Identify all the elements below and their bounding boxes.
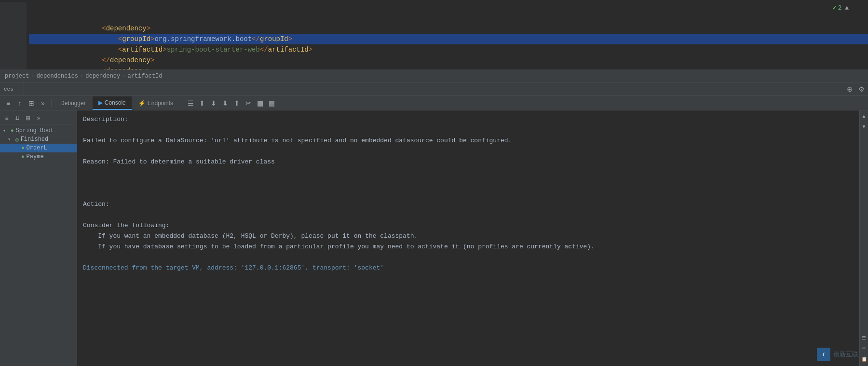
sidebar-item-payment[interactable]: ● Payme [0, 152, 77, 161]
console-line-15: Disconnected from the target VM, address… [83, 263, 854, 273]
endpoints-tab-label: Endpoints [148, 100, 173, 107]
tab-debugger[interactable]: Debugger [54, 96, 92, 110]
console-line-6 [83, 167, 854, 178]
console-line-2 [83, 125, 854, 136]
more-icon-btn[interactable]: » [38, 98, 48, 108]
right-btn-1[interactable]: ☰ [860, 333, 868, 342]
sidebar-toolbar: ≡ ⇊ ⊞ » [0, 112, 77, 124]
toolbar-down2-icon[interactable]: ⬇ [220, 98, 231, 108]
editor-line-1 [29, 2, 868, 13]
settings-icon-btn[interactable]: ⚙ [856, 84, 866, 94]
editor-line-2: <dependency> [29, 13, 868, 23]
breadcrumb-item-artifactid: artifactId [127, 70, 162, 82]
console-line-10 [83, 210, 854, 220]
right-btn-2[interactable]: ✏ [860, 344, 868, 352]
grid-icon-btn[interactable]: ⊞ [26, 98, 37, 108]
console-line-12: If you want an embedded database (H2, HS… [83, 231, 854, 242]
services-panel-label: ces [0, 82, 24, 95]
endpoints-icon: ⚡ [138, 100, 146, 107]
toolbar-down-icon[interactable]: ⬇ [208, 98, 219, 108]
payment-label: Payme [27, 153, 44, 160]
watermark: ❮ 创新互联 [817, 348, 858, 361]
breadcrumb-item-project: project [5, 70, 29, 82]
spring-boot-label: Spring Boot [16, 127, 54, 134]
watermark-text: 创新互联 [833, 350, 858, 359]
finished-label: Finished [21, 136, 49, 143]
code-editor: <dependency> <groupId>org.springframewor… [0, 0, 868, 70]
debugger-tab-label: Debugger [60, 100, 86, 107]
expand-spring-boot-icon: ▾ [3, 128, 9, 134]
console-line-4 [83, 146, 854, 157]
scroll-down-btn[interactable]: ▼ [860, 122, 868, 131]
console-icon: ▶ [98, 99, 103, 106]
toolbar-cut-icon[interactable]: ✂ [243, 98, 254, 108]
sidebar-item-spring-boot[interactable]: ▾ ● Spring Boot [0, 126, 77, 135]
list-icon-btn[interactable]: ≡ [3, 98, 14, 108]
order-label: OrderL [27, 145, 47, 151]
sidebar-item-finished[interactable]: ▾ ◎ Finished [0, 135, 77, 144]
check-count: 2 [838, 4, 841, 12]
finished-icon: ◎ [15, 136, 19, 143]
order-icon: ● [21, 145, 25, 151]
check-badge: ✔ 2 ▲ [833, 4, 849, 12]
main-split-area: ≡ ⇊ ⊞ » ▾ ● Spring Boot ▾ ◎ Finished ● O… [0, 110, 868, 366]
toolbar-columns-icon[interactable]: ▤ [266, 98, 277, 108]
console-line-9: Action: [83, 199, 854, 210]
toolbar-up3-icon[interactable]: ⬆ [231, 98, 242, 108]
console-line-5: Reason: Failed to determine a suitable d… [83, 157, 854, 167]
tab-endpoints[interactable]: ⚡ Endpoints [133, 96, 179, 110]
console-output: Description: Failed to configure a DataS… [77, 110, 859, 366]
up-icon-btn[interactable]: ↑ [14, 98, 25, 108]
right-scrollbar: ▲ ▼ ☰ ✏ 📋 [859, 110, 868, 366]
check-icon: ✔ [833, 4, 837, 12]
breadcrumb: project › dependencies › dependency › ar… [0, 70, 868, 82]
payment-icon: ● [21, 154, 25, 160]
toolbar-menu-icon[interactable]: ☰ [185, 98, 196, 108]
sidebar-item-order[interactable]: ● OrderL [0, 144, 77, 152]
console-line-7 [83, 178, 854, 189]
services-sidebar: ≡ ⇊ ⊞ » ▾ ● Spring Boot ▾ ◎ Finished ● O… [0, 110, 77, 366]
expand-icon[interactable]: ▲ [845, 4, 849, 12]
right-btn-3[interactable]: 📋 [860, 354, 868, 363]
toolbar-table-icon[interactable]: ▦ [255, 98, 265, 108]
sidebar-list-btn[interactable]: ≡ [2, 113, 12, 123]
globe-icon-btn[interactable]: ⊕ [845, 84, 854, 94]
sidebar-more-btn[interactable]: » [34, 113, 43, 123]
console-line-8 [83, 189, 854, 199]
editor-line-6: <dependency> [29, 55, 868, 66]
console-line-11: Consider the following: [83, 220, 854, 231]
breadcrumb-item-dependency: dependency [85, 70, 120, 82]
expand-finished-icon: ▾ [8, 136, 14, 142]
editor-line-3: <groupId>org.springframework.boot</group… [29, 23, 868, 34]
sidebar-collapse-btn[interactable]: ⇊ [13, 113, 22, 123]
toolbar-up2-icon[interactable]: ⬆ [197, 98, 207, 108]
console-line-14 [83, 252, 854, 263]
watermark-logo: ❮ [817, 348, 830, 361]
console-line-13: If you have database settings to be load… [83, 242, 854, 252]
console-line-3: Failed to configure a DataSource: 'url' … [83, 136, 854, 146]
spring-boot-icon: ● [11, 128, 14, 134]
breadcrumb-item-dependencies: dependencies [37, 70, 78, 82]
sidebar-grid-btn[interactable]: ⊞ [23, 113, 33, 123]
tab-console[interactable]: ▶ Console [93, 96, 132, 110]
console-tab-label: Console [105, 99, 126, 106]
line-gutter [0, 2, 27, 70]
console-line-1: Description: [83, 114, 854, 125]
debug-toolbar: ≡ ↑ ⊞ » Debugger ▶ Console ⚡ Endpoints ☰… [0, 96, 868, 110]
scroll-up-btn[interactable]: ▲ [860, 111, 868, 120]
